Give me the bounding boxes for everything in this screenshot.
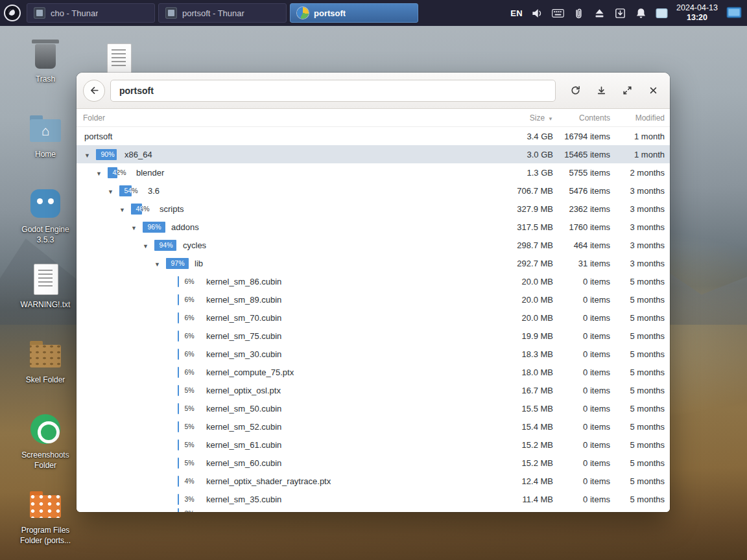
desktop-icon-warning-txt[interactable]: WARNING!.txt — [14, 262, 77, 319]
refresh-button[interactable] — [565, 80, 586, 101]
table-row-kernel-sm-35-cubin[interactable]: 3% 3% kernel_sm_35.cubin 11.4 MB 0 items… — [77, 490, 670, 508]
usage-percent-label: 6% — [178, 312, 201, 323]
usage-percent-label-inverse: 6% — [178, 349, 179, 360]
table-row-blender[interactable]: 42% 42% blender 1.3 GB 5755 items 2 mont… — [77, 163, 670, 181]
row-modified: 5 months — [610, 422, 665, 432]
row-size: 15.5 MB — [497, 404, 553, 414]
row-contents: 15465 items — [553, 150, 610, 159]
usage-bar: 6% 6% — [178, 294, 201, 305]
usage-bar-fill: 4% — [178, 476, 179, 487]
table-row-kernel-sm-52-cubin[interactable]: 5% 5% kernel_sm_52.cubin 15.4 MB 0 items… — [77, 417, 670, 436]
task-button-portsoft[interactable]: portsoft — [290, 3, 418, 23]
column-folder[interactable]: Folder — [83, 113, 497, 122]
software-update-icon[interactable] — [614, 7, 626, 19]
table-row-kernel-optix-shader-raytrace-ptx[interactable]: 4% 4% kernel_optix_shader_raytrace.ptx 1… — [77, 472, 670, 490]
desktop-icon-home[interactable]: Home — [14, 111, 77, 169]
desktop-icon-list: Trash Home Godot Engine 3.5.3 WARNING!.t… — [14, 36, 77, 544]
column-header: Folder Size Contents Modified — [77, 109, 670, 127]
usage-bar: 97% 97% — [166, 258, 189, 269]
table-row-kernel-sm-30-cubin[interactable]: 6% 6% kernel_sm_30.cubin 18.3 MB 0 items… — [77, 345, 670, 363]
table-row-addons[interactable]: 96% 96% addons 317.5 MB 1760 items 3 mon… — [77, 218, 670, 236]
task-button-cho-thunar[interactable]: cho - Thunar — [27, 3, 155, 23]
table-row-3-6[interactable]: 54% 54% 3.6 706.7 MB 5476 items 3 months — [77, 181, 670, 200]
eject-icon[interactable] — [593, 7, 606, 19]
expander-icon[interactable] — [131, 222, 143, 232]
row-size: 292.7 MB — [497, 259, 553, 268]
close-button[interactable] — [643, 80, 663, 101]
expander-icon[interactable] — [84, 150, 96, 159]
task-label: portsoft - Thunar — [182, 8, 244, 18]
desktop-icon-label: Program Files Folder (ports... — [14, 525, 77, 546]
location-field[interactable]: portsoft — [110, 80, 556, 102]
table-row[interactable]: 3% 3% — [77, 508, 670, 512]
table-row-kernel-sm-70-cubin[interactable]: 6% 6% kernel_sm_70.cubin 20.0 MB 0 items… — [77, 309, 670, 327]
desktop-icon-label: Screenshoots Folder — [14, 450, 77, 471]
fullscreen-button[interactable] — [617, 80, 637, 101]
expander-icon[interactable] — [154, 259, 166, 268]
column-modified[interactable]: Modified — [610, 113, 665, 122]
column-contents[interactable]: Contents — [553, 113, 610, 122]
desktop-icon-skel-folder[interactable]: Skel Folder — [14, 337, 77, 394]
notes-plugin-icon[interactable] — [656, 7, 668, 19]
usage-bar: 6% 6% — [178, 331, 201, 342]
usage-percent-label-inverse: 6% — [178, 331, 179, 342]
row-folder-name: kernel_sm_50.cubin — [206, 404, 497, 414]
row-folder-name: kernel_sm_52.cubin — [206, 422, 497, 432]
task-label: portsoft — [314, 8, 346, 18]
location-text: portsoft — [119, 86, 154, 96]
expander-icon[interactable] — [108, 186, 119, 196]
table-row-portsoft[interactable]: portsoft 3.4 GB 16794 items 1 month — [77, 127, 670, 145]
row-size: 15.2 MB — [497, 440, 553, 450]
usage-bar: 5% 5% — [178, 385, 201, 396]
notifications-bell-icon[interactable] — [635, 7, 647, 19]
row-folder-name: portsoft — [84, 132, 497, 141]
desktop-icon-image — [14, 187, 77, 220]
expander-icon[interactable] — [119, 204, 131, 214]
desktop-icon-screenshoots-folder[interactable]: Screenshoots Folder — [14, 412, 77, 469]
task-list: cho - Thunar portsoft - Thunar portsoft — [27, 0, 418, 26]
table-row-kernel-sm-86-cubin[interactable]: 6% 6% kernel_sm_86.cubin 20.0 MB 0 items… — [77, 272, 670, 290]
table-row-kernel-sm-60-cubin[interactable]: 5% 5% kernel_sm_60.cubin 15.2 MB 0 items… — [77, 454, 670, 472]
desktop-icon-godot-engine-3-5-3[interactable]: Godot Engine 3.5.3 — [14, 187, 77, 244]
table-row-kernel-sm-89-cubin[interactable]: 6% 6% kernel_sm_89.cubin 20.0 MB 0 items… — [77, 290, 670, 309]
keyboard-layout-indicator[interactable]: EN — [510, 8, 523, 18]
row-modified: 1 month — [610, 150, 665, 159]
row-size: 20.0 MB — [497, 295, 553, 305]
task-button-portsoft-thunar[interactable]: portsoft - Thunar — [158, 3, 287, 23]
usage-bar: 5% 5% — [178, 458, 201, 469]
table-row-scripts[interactable]: 46% 46% scripts 327.9 MB 2362 items 3 mo… — [77, 200, 670, 218]
row-size: 18.3 MB — [497, 349, 553, 359]
expander-icon[interactable] — [96, 168, 108, 178]
table-row-kernel-compute-75-ptx[interactable]: 6% 6% kernel_compute_75.ptx 18.0 MB 0 it… — [77, 363, 670, 381]
column-size[interactable]: Size — [497, 113, 553, 122]
usage-bar: 3% 3% — [178, 508, 201, 512]
table-row-kernel-optix-osl-ptx[interactable]: 5% 5% kernel_optix_osl.ptx 16.7 MB 0 ite… — [77, 381, 670, 399]
back-button[interactable] — [83, 80, 105, 102]
keyboard-icon[interactable] — [552, 7, 564, 19]
table-row-x86-64[interactable]: 90% 90% x86_64 3.0 GB 15465 items 1 mont… — [77, 145, 670, 163]
table-row-lib[interactable]: 97% 97% lib 292.7 MB 31 items 3 months — [77, 254, 670, 272]
table-row-kernel-sm-50-cubin[interactable]: 5% 5% kernel_sm_50.cubin 15.5 MB 0 items… — [77, 399, 670, 417]
row-folder-name: kernel_optix_osl.ptx — [206, 386, 497, 395]
usage-percent-label-inverse: 5% — [178, 421, 179, 432]
clock-time: 13:20 — [687, 13, 707, 23]
display-settings-icon[interactable] — [726, 6, 742, 19]
table-row-kernel-sm-75-cubin[interactable]: 6% 6% kernel_sm_75.cubin 19.9 MB 0 items… — [77, 327, 670, 345]
row-modified: 5 months — [610, 404, 665, 414]
expander-icon[interactable] — [143, 240, 154, 250]
row-folder-name: kernel_compute_75.ptx — [206, 368, 497, 377]
desktop-icon-trash[interactable]: Trash — [14, 36, 77, 93]
clock[interactable]: 2024-04-13 13:20 — [676, 3, 718, 23]
row-contents: 0 items — [553, 404, 610, 414]
desktop-icon-label: Godot Engine 3.5.3 — [14, 224, 77, 245]
download-button[interactable] — [591, 80, 611, 101]
volume-icon[interactable] — [531, 7, 543, 19]
app-menu-icon[interactable] — [4, 5, 21, 21]
table-row-cycles[interactable]: 94% 94% cycles 298.7 MB 464 items 3 mont… — [77, 236, 670, 254]
desktop-icon-program-files-folder-ports[interactable]: Program Files Folder (ports... — [14, 487, 77, 544]
document-icon[interactable] — [88, 41, 150, 75]
clipboard-manager-icon[interactable] — [573, 7, 585, 19]
table-row-kernel-sm-61-cubin[interactable]: 5% 5% kernel_sm_61.cubin 15.2 MB 0 items… — [77, 436, 670, 454]
row-modified: 5 months — [610, 368, 665, 377]
desktop-icon-label: WARNING!.txt — [21, 299, 71, 310]
